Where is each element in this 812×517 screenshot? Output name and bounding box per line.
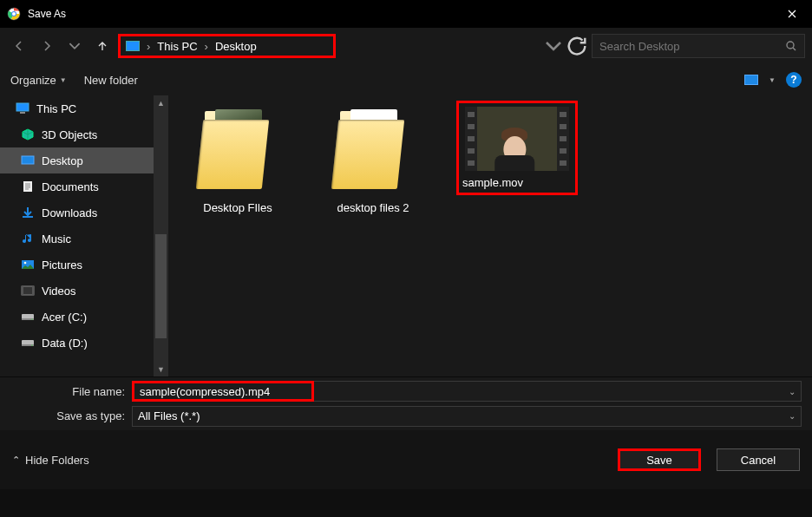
search-placeholder: Search Desktop xyxy=(599,40,785,53)
sidebar-item-label: Desktop xyxy=(42,154,83,167)
footer: ⌃ Hide Folders Save Cancel xyxy=(0,430,812,489)
sidebar-item-music[interactable]: Music xyxy=(0,226,168,252)
help-button[interactable]: ? xyxy=(786,72,802,88)
chevron-down-icon: ⌄ xyxy=(789,387,796,396)
window-title: Save As xyxy=(28,8,772,20)
saveas-select[interactable]: All Files (*.*) ⌄ xyxy=(132,406,802,427)
svg-rect-13 xyxy=(22,286,23,295)
sidebar-item-3d-objects[interactable]: 3D Objects xyxy=(0,121,168,147)
sidebar-item-label: Acer (C:) xyxy=(42,311,87,324)
sidebar-item-downloads[interactable]: Downloads xyxy=(0,200,168,226)
saveas-label: Save as type: xyxy=(10,409,132,422)
organize-menu[interactable]: Organize ▼ xyxy=(10,74,67,87)
svg-point-3 xyxy=(12,12,16,16)
svg-rect-12 xyxy=(22,286,34,295)
refresh-button[interactable] xyxy=(566,35,588,57)
file-pane[interactable]: Desktop FIles desktop files 2 xyxy=(168,95,812,376)
cancel-button[interactable]: Cancel xyxy=(717,448,800,471)
content-area: This PC 3D Objects Desktop Documents Dow… xyxy=(0,95,812,376)
sidebar-scrollbar[interactable]: ▲ ▼ xyxy=(154,95,168,376)
sidebar-item-label: Documents xyxy=(42,180,99,193)
chevron-up-icon: ⌃ xyxy=(12,455,20,466)
scroll-up-icon[interactable]: ▲ xyxy=(154,95,168,110)
back-button[interactable] xyxy=(7,34,31,58)
svg-point-4 xyxy=(787,42,794,49)
search-icon xyxy=(785,40,797,52)
sidebar-item-label: Data (D:) xyxy=(42,337,88,350)
filename-input[interactable]: sample(compressed).mp4 xyxy=(132,381,314,402)
recent-dropdown[interactable] xyxy=(62,34,87,58)
search-input[interactable]: Search Desktop xyxy=(592,34,805,58)
sidebar-item-pictures[interactable]: Pictures xyxy=(0,252,168,278)
nav-row: › This PC › Desktop Search Desktop xyxy=(0,28,812,64)
sidebar-item-label: This PC xyxy=(36,102,76,115)
sidebar-item-desktop[interactable]: Desktop xyxy=(0,147,168,173)
sidebar-item-documents[interactable]: Documents xyxy=(0,173,168,200)
filename-value: sample(compressed).mp4 xyxy=(140,385,270,398)
sidebar-item-label: Pictures xyxy=(42,258,82,272)
toolbar: Organize ▼ New folder ▼ ? xyxy=(0,64,812,95)
svg-point-20 xyxy=(31,344,32,345)
desktop-icon xyxy=(21,154,35,167)
svg-point-11 xyxy=(24,262,27,265)
sidebar-item-drive-c[interactable]: Acer (C:) xyxy=(0,304,168,330)
up-button[interactable] xyxy=(90,34,115,58)
form-area: File name: sample(compressed).mp4 ⌄ Save… xyxy=(0,376,812,430)
file-label: desktop files 2 xyxy=(321,201,425,214)
svg-point-17 xyxy=(31,318,32,319)
saveas-value: All Files (*.*) xyxy=(138,409,200,422)
svg-rect-9 xyxy=(23,181,32,192)
chevron-down-icon: ⌄ xyxy=(789,411,796,421)
titlebar: Save As xyxy=(0,0,812,28)
video-icon xyxy=(21,285,35,297)
hide-folders-label: Hide Folders xyxy=(25,454,89,467)
svg-rect-14 xyxy=(32,286,34,295)
file-label: Desktop FIles xyxy=(186,201,290,214)
document-icon xyxy=(21,180,35,193)
organize-label: Organize xyxy=(10,74,56,87)
breadcrumb[interactable]: › This PC › Desktop xyxy=(118,34,336,58)
drive-icon xyxy=(21,337,35,349)
folder-item[interactable]: Desktop FIles xyxy=(186,106,290,214)
chevron-down-icon[interactable]: ▼ xyxy=(769,76,776,84)
folder-icon xyxy=(335,106,411,194)
folder-icon xyxy=(200,106,276,194)
chrome-icon xyxy=(7,7,21,21)
sidebar-item-label: Videos xyxy=(42,285,76,298)
breadcrumb-dropdown[interactable] xyxy=(545,35,562,57)
cube-icon xyxy=(21,128,35,141)
close-button[interactable] xyxy=(772,0,812,28)
monitor-icon xyxy=(126,41,140,51)
sidebar-item-drive-d[interactable]: Data (D:) xyxy=(0,330,168,356)
download-icon xyxy=(21,206,35,219)
chevron-right-icon: › xyxy=(143,40,154,53)
video-thumbnail xyxy=(465,107,569,171)
monitor-icon xyxy=(16,102,29,115)
sidebar-item-videos[interactable]: Videos xyxy=(0,278,168,304)
breadcrumb-item[interactable]: Desktop xyxy=(215,40,257,53)
sidebar-item-label: Downloads xyxy=(42,206,97,219)
picture-icon xyxy=(21,258,35,271)
sidebar-item-label: Music xyxy=(42,232,71,245)
scroll-thumb[interactable] xyxy=(155,234,167,338)
svg-rect-5 xyxy=(16,103,29,111)
save-button[interactable]: Save xyxy=(618,448,701,471)
chevron-down-icon: ▼ xyxy=(60,76,67,84)
file-item-highlighted[interactable]: sample.mov xyxy=(456,101,578,195)
chevron-right-icon: › xyxy=(201,40,212,53)
sidebar-this-pc[interactable]: This PC xyxy=(0,95,168,121)
forward-button[interactable] xyxy=(35,34,59,58)
sidebar: This PC 3D Objects Desktop Documents Dow… xyxy=(0,95,168,376)
sidebar-item-label: 3D Objects xyxy=(42,128,97,141)
breadcrumb-item[interactable]: This PC xyxy=(157,40,197,53)
folder-item[interactable]: desktop files 2 xyxy=(321,106,425,214)
svg-rect-6 xyxy=(20,112,25,114)
view-icon[interactable] xyxy=(744,75,758,85)
hide-folders-toggle[interactable]: ⌃ Hide Folders xyxy=(12,454,89,467)
filename-label: File name: xyxy=(10,385,132,398)
filename-dropdown[interactable]: ⌄ xyxy=(314,381,802,402)
scroll-down-icon[interactable]: ▼ xyxy=(154,362,168,376)
file-label: sample.mov xyxy=(462,176,572,189)
new-folder-button[interactable]: New folder xyxy=(84,74,138,87)
drive-icon xyxy=(21,311,35,323)
